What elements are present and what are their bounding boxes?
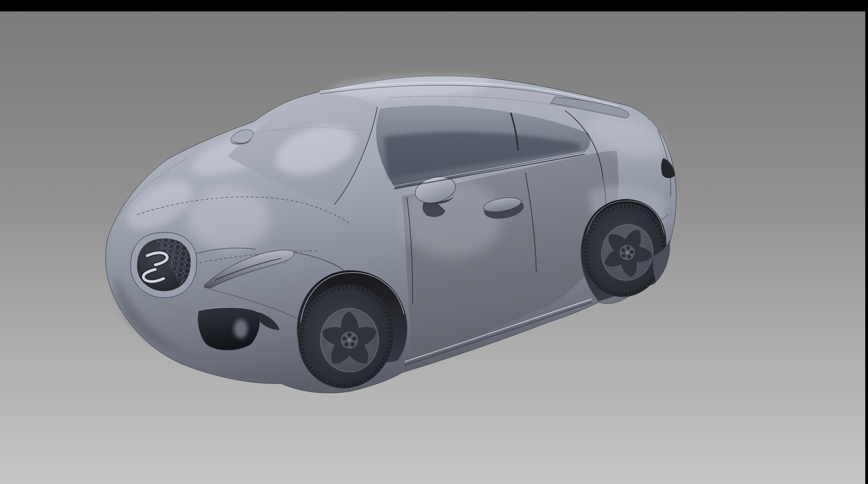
car-model[interactable] bbox=[106, 72, 676, 399]
top-letterbox-bar bbox=[0, 0, 868, 11]
car-render-canvas[interactable] bbox=[0, 0, 868, 484]
cad-application-stage bbox=[0, 0, 868, 484]
right-letterbox-bar bbox=[865, 0, 868, 484]
front-center-cap bbox=[347, 338, 352, 343]
fog-lamp bbox=[234, 319, 248, 338]
front-grille bbox=[131, 232, 197, 298]
